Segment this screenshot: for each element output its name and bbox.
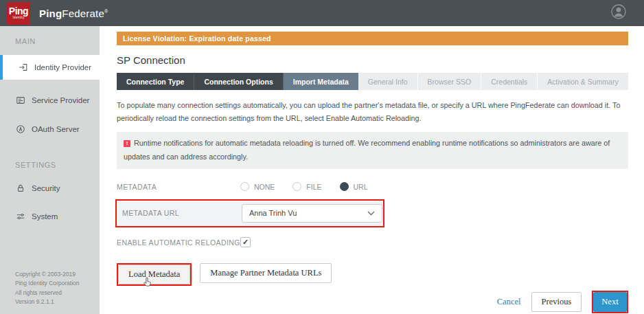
company-line: Ping Identity Corporation: [15, 279, 80, 288]
version-line: Version 9.2.1.1: [15, 298, 80, 306]
radio-option-none[interactable]: NONE: [240, 182, 275, 191]
annotation-box-next: Next: [592, 291, 628, 313]
check-icon: ✓: [242, 238, 249, 246]
sidebar-item-label: Identity Provider: [34, 63, 91, 71]
mouse-cursor-icon: [143, 277, 153, 291]
user-avatar-icon[interactable]: [610, 3, 627, 23]
product-title: PingFederate®: [39, 8, 108, 19]
metadata-url-label: METADATA URL: [122, 209, 242, 217]
auto-reload-checkbox-checked[interactable]: ✓: [240, 237, 251, 247]
tab-import-metadata[interactable]: Import Metadata: [284, 73, 358, 90]
radio-file-icon[interactable]: [292, 182, 301, 191]
sidebar-item-label: OAuth Server: [32, 125, 80, 133]
sidebar-section-main: MAIN: [0, 26, 100, 45]
tab-browser-sso: Browser SSO: [418, 73, 482, 90]
metadata-url-select[interactable]: Anna Trinh Vu: [242, 204, 382, 223]
metadata-url-row: METADATA URL Anna Trinh Vu: [117, 201, 383, 226]
tab-connection-type[interactable]: Connection Type: [117, 73, 194, 90]
sliders-icon: [15, 212, 25, 221]
sidebar-item-system[interactable]: System: [0, 207, 100, 226]
sidebar-item-label: Security: [32, 184, 60, 192]
wizard-tabs: Connection Type Connection Options Impor…: [117, 73, 628, 90]
sidebar-item-service-provider[interactable]: Service Provider: [0, 91, 100, 110]
radio-none-icon[interactable]: [240, 182, 249, 191]
sidebar-item-identity-provider[interactable]: Identity Provider: [0, 55, 112, 80]
tab-activation-summary: Activation & Summary: [538, 73, 628, 90]
ping-identity-logo: Ping Identity: [7, 2, 30, 25]
manage-partner-urls-button[interactable]: Manage Partner Metadata URLs: [200, 263, 332, 283]
radio-option-file[interactable]: FILE: [292, 182, 321, 191]
cancel-link[interactable]: Cancel: [497, 297, 521, 307]
alert-icon: !: [124, 140, 130, 147]
rights-line: All rights reserved: [15, 289, 80, 298]
copyright-line: Copyright © 2003-2019: [15, 270, 80, 279]
active-accent-bar: [0, 55, 3, 80]
auto-reload-label: ENABLE AUTOMATIC RELOADING: [117, 238, 240, 247]
sidebar-item-oauth-server[interactable]: OAuth Server: [0, 120, 100, 139]
radio-none-label: NONE: [254, 183, 275, 191]
sidebar-footer: Copyright © 2003-2019 Ping Identity Corp…: [15, 270, 80, 306]
auto-reload-row: ENABLE AUTOMATIC RELOADING ✓: [117, 235, 628, 250]
lock-icon: [15, 183, 25, 193]
logo-subtext: Identity: [13, 16, 25, 20]
sidebar-section-settings: SETTINGS: [0, 139, 100, 169]
intro-text: To populate many connection settings aut…: [117, 99, 628, 125]
radio-url-label: URL: [354, 183, 368, 191]
chevron-down-icon: [367, 209, 375, 217]
sidebar-item-security[interactable]: Security: [0, 179, 100, 198]
radio-option-url[interactable]: URL: [340, 182, 368, 191]
selected-url-value: Anna Trinh Vu: [249, 209, 297, 217]
main-content: License Violation: Expiration date passe…: [100, 26, 644, 314]
card-list-icon: [15, 96, 25, 105]
metadata-source-row: METADATA NONE FILE URL: [117, 179, 628, 194]
annotation-box-metadata-url: METADATA URL Anna Trinh Vu: [115, 199, 384, 227]
logo-text: Ping: [9, 6, 28, 16]
oauth-circle-icon: [15, 124, 25, 134]
metadata-label: METADATA: [117, 183, 240, 191]
sidebar-item-label: System: [32, 212, 58, 221]
sidebar: MAIN Identity Provider Service Provider: [0, 26, 100, 314]
radio-file-label: FILE: [306, 183, 321, 191]
load-metadata-button[interactable]: Load Metadata: [118, 265, 190, 284]
next-button[interactable]: Next: [593, 292, 626, 312]
radio-url-icon-selected[interactable]: [340, 182, 349, 191]
tab-credentials: Credentials: [481, 73, 538, 90]
license-violation-banner: License Violation: Expiration date passe…: [117, 32, 628, 45]
runtime-notice: !Runtime notifications for automatic met…: [117, 132, 628, 168]
top-bar: Ping Identity PingFederate®: [0, 0, 644, 26]
notice-text: Runtime notifications for automatic meta…: [124, 139, 610, 160]
metadata-radio-group: NONE FILE URL: [240, 182, 368, 191]
sidebar-item-label: Service Provider: [32, 96, 89, 104]
annotation-box-load-metadata: Load Metadata: [117, 263, 192, 286]
tab-connection-options[interactable]: Connection Options: [194, 73, 283, 90]
metadata-buttons-row: Load Metadata Manage Partner Metadata UR…: [117, 263, 628, 286]
sign-in-icon: [18, 63, 28, 72]
page-title: SP Connection: [117, 54, 628, 66]
previous-button[interactable]: Previous: [531, 292, 582, 312]
tab-general-info: General Info: [358, 73, 418, 90]
wizard-actions: Cancel Previous Next: [497, 291, 628, 313]
